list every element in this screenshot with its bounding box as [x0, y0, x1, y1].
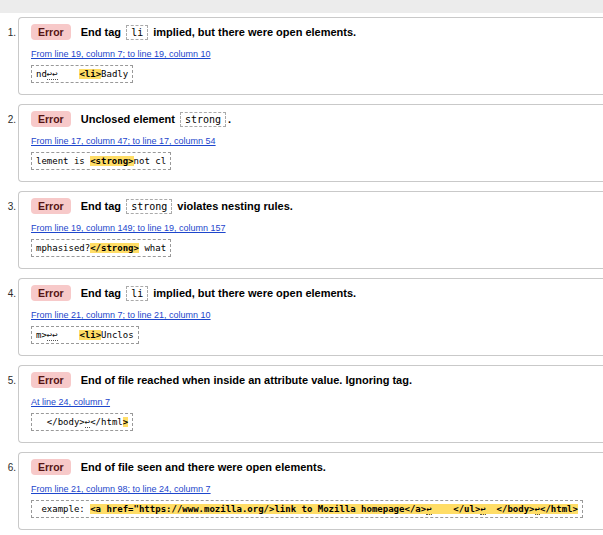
- location-link[interactable]: From line 21, column 7; to line 21, colu…: [31, 310, 211, 320]
- plain-code: mphasised?: [36, 243, 90, 253]
- plain-code: lement is: [36, 156, 90, 166]
- highlighted-code: </ul>: [432, 504, 481, 514]
- error-message-text: End tag li implied, but there were open …: [81, 26, 356, 38]
- newline-glyph: ↩↩: [47, 69, 58, 80]
- highlighted-code: <li>: [79, 330, 101, 340]
- plain-code: [58, 330, 80, 340]
- location-link[interactable]: At line 24, column 7: [31, 397, 110, 407]
- error-location-row: From line 21, column 7; to line 21, colu…: [31, 307, 601, 321]
- code-extract: lement is <strong>not cl: [31, 152, 171, 170]
- code-extract: </body>↩</html>: [31, 413, 133, 431]
- plain-code: m>: [36, 330, 47, 340]
- plain-code: Badly: [101, 69, 128, 79]
- plain-code: nd: [36, 69, 47, 79]
- error-number: 1.: [2, 27, 16, 38]
- message-code-chip: strong: [180, 112, 226, 127]
- error-number: 3.: [2, 201, 16, 212]
- error-number: 5.: [2, 375, 16, 386]
- error-item: 4. Error End tag li implied, but there w…: [18, 278, 603, 356]
- highlighted-code: <strong>: [90, 156, 133, 166]
- error-number: 6.: [2, 462, 16, 473]
- error-message: Error End of file reached when inside an…: [31, 372, 601, 389]
- error-message: Error End tag strong violates nesting ru…: [31, 198, 601, 215]
- location-link[interactable]: From line 17, column 47; to line 17, col…: [31, 136, 216, 146]
- error-item: 2. Error Unclosed element strong. From l…: [18, 104, 603, 182]
- error-number: 4.: [2, 288, 16, 299]
- location-link[interactable]: From line 19, column 7; to line 19, colu…: [31, 49, 211, 59]
- error-badge: Error: [31, 198, 71, 214]
- error-location-row: From line 21, column 98; to line 24, col…: [31, 481, 601, 495]
- error-message-text: End of file reached when inside an attri…: [81, 374, 412, 386]
- plain-code: </html: [90, 417, 123, 427]
- code-extract: example: <a href="https://www.mozilla.or…: [31, 500, 583, 518]
- error-item: 3. Error End tag strong violates nesting…: [18, 191, 603, 269]
- error-item: 1. Error End tag li implied, but there w…: [18, 17, 603, 95]
- plain-code: </body>: [36, 417, 85, 427]
- error-badge: Error: [31, 24, 71, 40]
- error-badge: Error: [31, 459, 71, 475]
- highlighted-code: >: [123, 417, 128, 427]
- error-message: Error End tag li implied, but there were…: [31, 285, 601, 302]
- code-extract: m>↩↩ <li>Unclos: [31, 326, 139, 344]
- code-extract: nd↩↩ <li>Badly: [31, 65, 133, 83]
- newline-glyph: ↩: [480, 504, 485, 515]
- error-message-text: Unclosed element strong.: [81, 113, 231, 125]
- message-code-chip: strong: [126, 199, 172, 214]
- error-message-text: End tag strong violates nesting rules.: [81, 200, 293, 212]
- error-item: 6. Error End of file seen and there were…: [18, 452, 603, 530]
- results-panel: 1. Error End tag li implied, but there w…: [0, 13, 603, 535]
- error-message: Error Unclosed element strong.: [31, 111, 601, 128]
- location-link[interactable]: From line 21, column 98; to line 24, col…: [31, 484, 211, 494]
- error-badge: Error: [31, 111, 71, 127]
- error-message-text: End tag li implied, but there were open …: [81, 287, 356, 299]
- error-badge: Error: [31, 285, 71, 301]
- plain-code: Unclos: [101, 330, 134, 340]
- error-location-row: From line 19, column 149; to line 19, co…: [31, 220, 601, 234]
- highlighted-code: </html>: [540, 504, 578, 514]
- error-message-text: End of file seen and there were open ele…: [81, 461, 326, 473]
- location-link[interactable]: From line 19, column 149; to line 19, co…: [31, 223, 226, 233]
- plain-code: what: [139, 243, 166, 253]
- error-location-row: At line 24, column 7: [31, 394, 601, 408]
- message-code-chip: li: [126, 25, 148, 40]
- error-list: 1. Error End tag li implied, but there w…: [0, 17, 603, 535]
- error-location-row: From line 19, column 7; to line 19, colu…: [31, 46, 601, 60]
- highlighted-code: </body>: [486, 504, 535, 514]
- highlighted-code: <li>: [79, 69, 101, 79]
- plain-code: [58, 69, 80, 79]
- code-extract: mphasised?</strong> what: [31, 239, 171, 257]
- highlighted-code: </strong>: [90, 243, 139, 253]
- error-message: Error End of file seen and there were op…: [31, 459, 601, 476]
- newline-glyph: ↩: [426, 504, 431, 515]
- message-code-chip: li: [126, 286, 148, 301]
- plain-code: example:: [36, 504, 90, 514]
- error-location-row: From line 17, column 47; to line 17, col…: [31, 133, 601, 147]
- highlighted-code: <a href="https://www.mozilla.org/>link t…: [90, 504, 426, 514]
- error-item: 5. Error End of file reached when inside…: [18, 365, 603, 443]
- newline-glyph: ↩↩: [47, 330, 58, 341]
- error-message: Error End tag li implied, but there were…: [31, 24, 601, 41]
- plain-code: not cl: [134, 156, 167, 166]
- error-badge: Error: [31, 372, 71, 388]
- error-number: 2.: [2, 114, 16, 125]
